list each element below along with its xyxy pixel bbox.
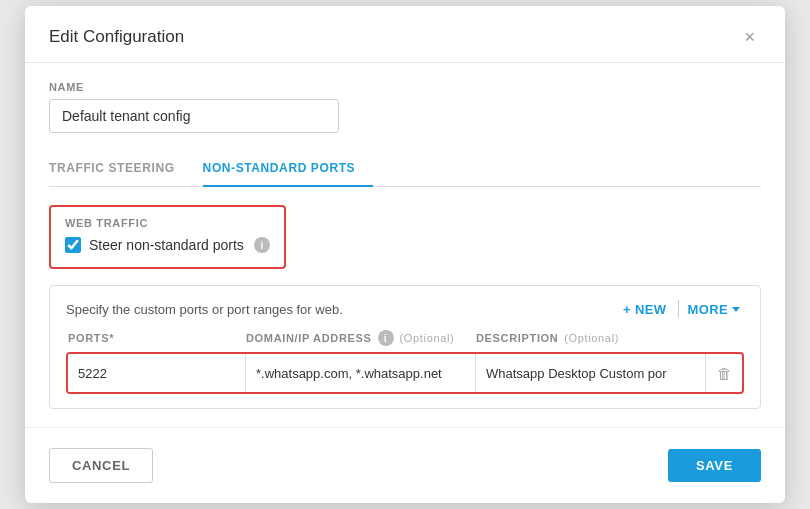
dialog-title: Edit Configuration	[49, 27, 184, 47]
ports-description: Specify the custom ports or port ranges …	[66, 302, 343, 317]
dialog-body: NAME TRAFFIC STEERING NON-STANDARD PORTS…	[25, 63, 785, 409]
new-button[interactable]: + NEW	[615, 302, 674, 317]
name-input[interactable]	[49, 99, 339, 133]
description-input[interactable]	[476, 354, 706, 392]
more-button[interactable]: MORE	[683, 302, 744, 317]
col-headers: PORTS* DOMAIN/IP ADDRESS i (Optional) DE…	[66, 330, 744, 346]
col-domain-optional: (Optional)	[400, 332, 455, 344]
steer-ports-label: Steer non-standard ports	[89, 237, 244, 253]
ports-input[interactable]	[68, 354, 246, 392]
edit-configuration-dialog: Edit Configuration × NAME TRAFFIC STEERI…	[25, 6, 785, 503]
delete-row-button[interactable]: 🗑	[711, 361, 738, 386]
web-traffic-label: WEB TRAFFIC	[65, 217, 270, 229]
tab-non-standard-ports[interactable]: NON-STANDARD PORTS	[203, 151, 374, 187]
dialog-header: Edit Configuration ×	[25, 6, 785, 63]
tabs: TRAFFIC STEERING NON-STANDARD PORTS	[49, 151, 761, 187]
more-chevron-icon	[732, 307, 740, 312]
col-desc-optional: (Optional)	[564, 332, 619, 344]
divider	[678, 300, 679, 318]
steer-ports-row: Steer non-standard ports i	[65, 237, 270, 253]
domain-input[interactable]	[246, 354, 476, 392]
close-button[interactable]: ×	[738, 26, 761, 48]
ports-table-header: Specify the custom ports or port ranges …	[66, 300, 744, 318]
col-desc-label: DESCRIPTION	[476, 332, 558, 344]
ports-actions: + NEW MORE	[615, 300, 744, 318]
steer-ports-checkbox[interactable]	[65, 237, 81, 253]
dialog-footer: CANCEL SAVE	[25, 427, 785, 503]
col-header-ports: PORTS*	[68, 332, 246, 344]
steer-ports-info-icon[interactable]: i	[254, 237, 270, 253]
col-header-desc: DESCRIPTION (Optional)	[476, 332, 706, 344]
cancel-button[interactable]: CANCEL	[49, 448, 153, 483]
col-header-domain: DOMAIN/IP ADDRESS i (Optional)	[246, 330, 476, 346]
tab-traffic-steering[interactable]: TRAFFIC STEERING	[49, 151, 193, 187]
delete-cell: 🗑	[706, 361, 742, 386]
ports-table-container: Specify the custom ports or port ranges …	[49, 285, 761, 409]
name-label: NAME	[49, 81, 761, 93]
col-domain-info-icon[interactable]: i	[378, 330, 394, 346]
col-domain-label: DOMAIN/IP ADDRESS	[246, 332, 372, 344]
web-traffic-section: WEB TRAFFIC Steer non-standard ports i	[49, 205, 286, 269]
more-label: MORE	[687, 302, 728, 317]
table-row: 🗑	[66, 352, 744, 394]
save-button[interactable]: SAVE	[668, 449, 761, 482]
tab-content-non-standard-ports: WEB TRAFFIC Steer non-standard ports i S…	[49, 187, 761, 409]
